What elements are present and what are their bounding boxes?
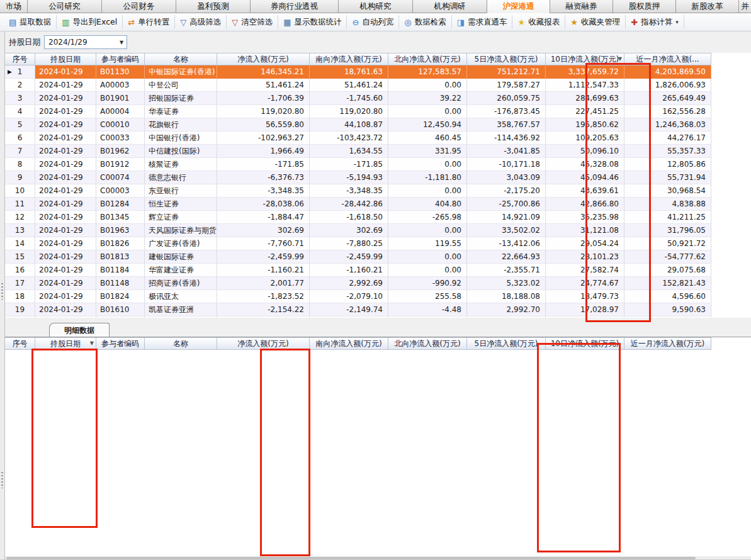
cell[interactable]: 31,121.08 [546,224,624,237]
tab-detail-data[interactable]: 明细数据 [49,323,110,337]
table-row[interactable]: 102024-01-29C00003东亚银行-3,348.35-3,348.35… [5,184,711,198]
tab-guquan-zhiya[interactable]: 股权质押 [613,0,676,13]
cell[interactable]: 55,357.33 [624,145,711,158]
cell[interactable]: -28,038.06 [217,198,310,211]
column-header[interactable]: 持股日期 [35,53,96,65]
cell[interactable]: -5,194.93 [310,171,388,184]
cell[interactable]: 0.00 [388,250,467,264]
cell[interactable]: 22,664.93 [467,250,546,264]
cell[interactable]: B01284 [96,198,145,211]
column-header[interactable]: 10日净流入额(万元)▼ [546,53,624,65]
cell[interactable]: 2024-01-29 [35,224,96,237]
cell[interactable]: 中国银行(香港) [145,132,217,145]
cell[interactable]: 44,108.87 [310,118,388,132]
cell[interactable]: 0.00 [388,79,467,92]
cell[interactable]: -1,160.21 [217,264,310,277]
column-header[interactable]: 南向净流入额(万元) [310,337,388,350]
tab-gongsi-yanjiu[interactable]: 公司研究 [28,0,102,13]
cell[interactable]: 152,821.43 [624,277,711,290]
cell[interactable]: 39.22 [388,92,467,105]
cell[interactable]: -2,459.99 [217,250,310,264]
cell[interactable]: 45,328.08 [546,158,624,171]
cell[interactable]: B01963 [96,224,145,237]
cell[interactable]: -1,160.21 [310,264,388,277]
cell[interactable]: 招商证券(香港) [145,277,217,290]
table-row[interactable]: 112024-01-29B01284恒生证券-28,038.06-28,442.… [5,198,711,211]
cell[interactable]: -7,760.71 [217,237,310,250]
cell[interactable]: 2024-01-29 [35,105,96,118]
cell[interactable]: 2024-01-29 [35,211,96,224]
table-row[interactable]: 92024-01-29C00074德意志银行-6,376.73-5,194.93… [5,171,711,184]
show-data-stats-button[interactable]: ▦显示数据统计 [278,15,347,29]
column-header[interactable]: 净流入额(万元) [217,53,310,65]
cell[interactable]: 460.45 [388,132,467,145]
cell[interactable]: -2,355.71 [467,264,546,277]
cell[interactable]: 2024-01-29 [35,303,96,316]
splitter-handle[interactable] [1,472,3,488]
cell[interactable]: -2,459.99 [310,250,388,264]
cell[interactable]: 广发证券(香港) [145,237,217,250]
cell[interactable]: 0.00 [388,184,467,198]
cell[interactable]: 2024-01-29 [35,92,96,105]
cell[interactable]: 31,796.05 [624,224,711,237]
cell[interactable]: 4 [5,105,35,118]
column-header[interactable]: 序号 [5,53,35,65]
cell[interactable]: -54,777.62 [624,250,711,264]
data-search-button[interactable]: ◎数据检索 [399,15,451,29]
cell[interactable]: 12,450.94 [388,118,467,132]
single-row-transpose-button[interactable]: ⇄单行转置 [123,15,175,29]
cell[interactable]: 1,634.55 [310,145,388,158]
cell[interactable]: B01824 [96,290,145,303]
cell[interactable]: 2024-01-29 [35,132,96,145]
cell[interactable]: 9 [5,171,35,184]
cell[interactable]: 2024-01-29 [35,237,96,250]
cell[interactable]: 2024-01-29 [35,264,96,277]
cell[interactable]: 28,101.23 [546,250,624,264]
cell[interactable]: 13 [5,224,35,237]
column-header[interactable]: 5日净流入额(万元) [467,53,546,65]
sort-dropdown-icon[interactable]: ▼ [90,340,94,346]
cell[interactable]: 6 [5,132,35,145]
column-header[interactable]: 净流入额(万元) [217,337,310,350]
demand-express-button[interactable]: ◨需求直通车 [452,15,513,29]
cell[interactable]: 极讯亚太 [145,290,217,303]
cell[interactable]: 4,203,869.50 [624,65,711,79]
cell[interactable]: 302.69 [217,224,310,237]
cell[interactable]: 109,205.63 [546,132,624,145]
cell[interactable]: 中信建投(国际) [145,145,217,158]
cell[interactable]: C00033 [96,132,145,145]
cell[interactable]: 3,043.09 [467,171,546,184]
cell[interactable]: 18 [5,290,35,303]
cell[interactable]: 10 [5,184,35,198]
favorites-manager-button[interactable]: ★收藏夹管理 [565,15,626,29]
cell[interactable]: 1▶ [5,65,35,79]
column-header[interactable]: 参与者编码 [96,337,145,350]
cell[interactable]: B01912 [96,158,145,171]
export-to-excel-button[interactable]: ▥导出到Excel [57,15,123,29]
cell[interactable]: 302.69 [310,224,388,237]
cell[interactable]: 119,020.80 [310,105,388,118]
cell[interactable]: 1,246,368.03 [624,118,711,132]
cell[interactable]: 146,345.21 [217,65,310,79]
table-row[interactable]: 162024-01-29B01184华富建业证券-1,160.21-1,160.… [5,264,711,277]
cell[interactable]: 12,805.86 [624,158,711,171]
cell[interactable]: 18,479.73 [546,290,624,303]
cell[interactable]: C00074 [96,171,145,184]
cell[interactable]: C00003 [96,184,145,198]
cell[interactable]: 2024-01-29 [35,158,96,171]
cell[interactable]: 15 [5,250,35,264]
cell[interactable]: 0.00 [388,224,467,237]
cell[interactable]: -1,706.39 [217,92,310,105]
cell[interactable]: 1,826,006.93 [624,79,711,92]
cell[interactable]: -103,423.72 [310,132,388,145]
cell[interactable]: B01130 [96,65,145,79]
holding-date-combobox[interactable]: 2024/1/29 ▼ [44,35,127,49]
cell[interactable]: C00010 [96,118,145,132]
cell[interactable]: 14,921.09 [467,211,546,224]
cell[interactable]: 4,596.60 [624,290,711,303]
table-row[interactable]: 152024-01-29B01813建银国际证券-2,459.99-2,459.… [5,250,711,264]
tab-yingli-yuce[interactable]: 盈利预测 [176,0,251,13]
cell[interactable]: 0.00 [388,264,467,277]
cell[interactable]: -2,149.74 [310,303,388,316]
cell[interactable]: 55,731.94 [624,171,711,184]
